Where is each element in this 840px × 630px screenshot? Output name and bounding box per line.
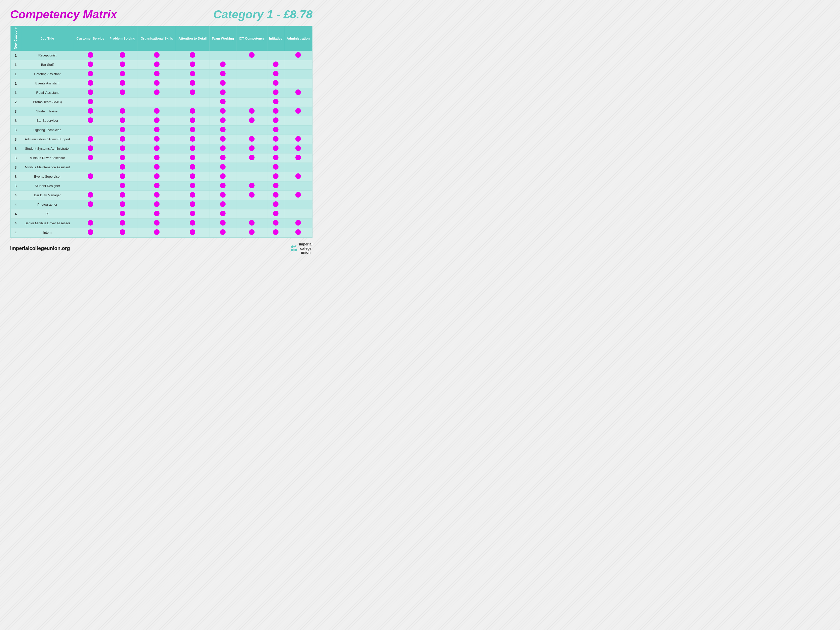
cell-category: 1 [10,51,21,60]
competency-dot [273,201,278,207]
table-row: 3 Bar Supervisor [10,116,312,125]
cell-job-title: Intern [21,228,74,237]
cell-job-title: Minibus Maintenance Assistant [21,163,74,172]
cell-ps [107,163,138,172]
competency-dot [220,164,226,170]
competency-dot [154,229,159,235]
competency-dot [190,174,195,179]
table-row: 3 Student Trainer [10,107,312,116]
table-row: 4 Senior Minibus Driver Assessor [10,218,312,228]
cell-category: 3 [10,107,21,116]
cell-ad [176,60,210,69]
cell-admin [284,153,312,163]
cell-category: 4 [10,209,21,218]
competency-dot [120,201,125,207]
cell-ad [176,107,210,116]
competency-dot [249,117,254,123]
competency-dot [295,145,301,151]
cell-category: 3 [10,153,21,163]
cell-admin [284,200,312,209]
cell-admin [284,209,312,218]
competency-dot [273,174,278,179]
cell-os [138,228,176,237]
col-administration: Administration [284,26,312,51]
cell-job-title: Lighting Technician [21,125,74,134]
cell-os [138,163,176,172]
cell-os [138,107,176,116]
competency-dot [120,192,125,197]
cell-ict [237,218,267,228]
cell-cs [74,97,107,107]
cell-cs [74,69,107,79]
cell-ps [107,209,138,218]
cell-category: 4 [10,200,21,209]
cell-os [138,181,176,191]
logo-union: union [301,251,311,254]
cell-tw [210,153,237,163]
cell-ps [107,144,138,153]
cell-job-title: Senior Minibus Driver Assessor [21,218,74,228]
col-ict-competency: ICT Competency [237,26,267,51]
cell-job-title: Student Designer [21,181,74,191]
cell-job-title: Photographer [21,200,74,209]
cell-ict [237,209,267,218]
cell-init [267,97,284,107]
competency-dot [249,229,254,235]
competency-dot [88,80,93,86]
competency-dot [220,80,226,86]
cell-tw [210,134,237,144]
cell-ps [107,60,138,69]
cell-cs [74,88,107,97]
cell-ps [107,218,138,228]
cell-admin [284,172,312,181]
competency-dot [273,80,278,86]
cell-ad [176,79,210,88]
cell-init [267,163,284,172]
cell-init [267,79,284,88]
logo-imperial: imperial [299,242,313,246]
cell-ad [176,144,210,153]
cell-init [267,51,284,60]
cell-admin [284,191,312,200]
competency-dot [88,229,93,235]
cell-category: 4 [10,191,21,200]
competency-dot [120,52,125,58]
competency-dot [220,201,226,207]
competency-dot [273,71,278,76]
table-row: 4 Bar Duty Manager [10,191,312,200]
competency-dot [88,220,93,226]
competency-dot [120,127,125,132]
footer-tld: .org [60,245,70,251]
cell-category: 3 [10,172,21,181]
cell-admin [284,144,312,153]
cell-ad [176,200,210,209]
competency-dot [190,52,195,58]
cell-ad [176,134,210,144]
competency-dot [190,62,195,67]
cell-cs [74,144,107,153]
cell-category: 1 [10,69,21,79]
competency-dot [273,229,278,235]
competency-dot [154,174,159,179]
cell-init [267,218,284,228]
cell-os [138,172,176,181]
cell-ict [237,107,267,116]
cell-admin [284,181,312,191]
cell-init [267,107,284,116]
competency-dot [220,155,226,160]
main-title: Competency Matrix [10,8,117,21]
competency-dot [220,62,226,67]
cell-ict [237,69,267,79]
competency-dot [154,211,159,216]
imperial-college-logo: imperial college union [291,242,313,255]
cell-ad [176,153,210,163]
cell-os [138,88,176,97]
col-team-working: Team Working [210,26,237,51]
competency-dot [190,155,195,160]
competency-dot [88,174,93,179]
cell-cs [74,79,107,88]
cell-tw [210,228,237,237]
cell-tw [210,181,237,191]
col-initiative: Initiative [267,26,284,51]
competency-dot [120,117,125,123]
